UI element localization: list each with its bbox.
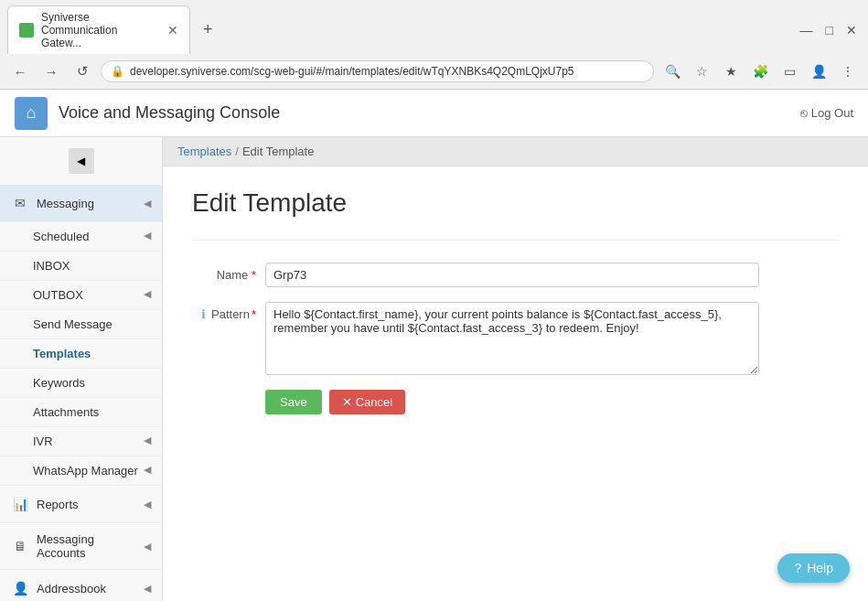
form-actions: Save ✕ Cancel bbox=[265, 390, 839, 414]
browser-toolbar: ← → ↺ 🔒 developer.syniverse.com/scg-web-… bbox=[0, 54, 868, 89]
sidebar-item-send-message[interactable]: Send Message bbox=[0, 310, 162, 339]
sidebar-item-messaging[interactable]: ✉ Messaging ◀ bbox=[0, 185, 162, 222]
name-required: * bbox=[252, 268, 256, 282]
sidebar-item-addressbook[interactable]: 👤 Addressbook ◀ bbox=[0, 570, 162, 601]
sidebar-item-ivr[interactable]: IVR ◀ bbox=[0, 427, 162, 456]
main-area: ◀ ✉ Messaging ◀ Scheduled ◀ INBOX OUTBOX bbox=[0, 137, 868, 601]
sidebar-item-messaging-accounts[interactable]: 🖥 Messaging Accounts ◀ bbox=[0, 523, 162, 570]
messaging-chevron-icon: ◀ bbox=[144, 198, 151, 209]
browser-chrome: Syniverse Communication Gatew... ✕ + — □… bbox=[0, 0, 868, 90]
logout-button[interactable]: ⎋ Log Out bbox=[800, 106, 853, 120]
ivr-chevron: ◀ bbox=[144, 435, 151, 446]
header-right: ⎋ Log Out bbox=[800, 106, 853, 120]
sidebar-item-reports[interactable]: 📊 Reports ◀ bbox=[0, 486, 162, 523]
window-close[interactable]: ✕ bbox=[842, 23, 861, 38]
info-icon[interactable]: ℹ bbox=[201, 307, 206, 321]
reports-icon: 📊 bbox=[11, 495, 29, 513]
address-bar[interactable]: 🔒 developer.syniverse.com/scg-web-gui/#/… bbox=[101, 60, 654, 82]
addressbook-label: Addressbook bbox=[37, 582, 144, 596]
sidebar-item-templates[interactable]: Templates bbox=[0, 339, 162, 369]
outbox-chevron: ◀ bbox=[144, 288, 151, 300]
breadcrumb: Templates / Edit Template bbox=[163, 137, 868, 166]
sidebar-messaging-section: ✉ Messaging ◀ Scheduled ◀ INBOX OUTBOX ◀… bbox=[0, 185, 162, 486]
sidebar-messaging-label: Messaging bbox=[37, 197, 144, 210]
extensions-btn[interactable]: 🧩 bbox=[747, 59, 773, 84]
scheduled-chevron: ◀ bbox=[144, 230, 151, 241]
sidebar-item-scheduled[interactable]: Scheduled ◀ bbox=[0, 222, 162, 252]
app-title: Voice and Messaging Console bbox=[59, 103, 280, 123]
reports-label: Reports bbox=[37, 498, 144, 511]
sidebar-item-inbox[interactable]: INBOX bbox=[0, 252, 162, 281]
messaging-accounts-label: Messaging Accounts bbox=[37, 532, 144, 560]
toolbar-icons: 🔍 ☆ ★ 🧩 ▭ 👤 ⋮ bbox=[659, 59, 861, 84]
title-bar: Syniverse Communication Gatew... ✕ + — □… bbox=[0, 0, 868, 54]
sidebar-item-keywords[interactable]: Keywords bbox=[0, 369, 162, 398]
content-area: Templates / Edit Template Edit Template … bbox=[163, 137, 868, 601]
sidebar-item-attachments[interactable]: Attachments bbox=[0, 398, 162, 427]
browser-tab[interactable]: Syniverse Communication Gatew... ✕ bbox=[7, 5, 190, 54]
sidebar-item-outbox[interactable]: OUTBOX ◀ bbox=[0, 281, 162, 310]
sidebar-item-whatsapp[interactable]: WhatsApp Manager ◀ bbox=[0, 456, 162, 486]
logout-icon: ⎋ bbox=[800, 106, 808, 120]
messaging-accounts-icon: 🖥 bbox=[11, 537, 29, 555]
name-field-row: Name * bbox=[192, 263, 839, 287]
sidebar-btn[interactable]: ▭ bbox=[777, 59, 802, 84]
window-minimize[interactable]: — bbox=[797, 23, 817, 38]
reports-chevron-icon: ◀ bbox=[144, 499, 151, 510]
save-button[interactable]: Save bbox=[265, 390, 322, 414]
app-header: ⌂ Voice and Messaging Console ⎋ Log Out bbox=[0, 90, 868, 137]
help-button[interactable]: ? Help bbox=[777, 553, 850, 583]
bookmark-add-btn[interactable]: ☆ bbox=[689, 59, 714, 84]
edit-template-form: Edit Template Name * ℹ Pattern * bbox=[163, 166, 868, 436]
menu-btn[interactable]: ⋮ bbox=[835, 59, 861, 84]
help-icon: ? bbox=[794, 561, 801, 575]
addressbook-chevron: ◀ bbox=[144, 583, 151, 595]
window-controls: — □ ✕ bbox=[797, 23, 861, 38]
window-maximize[interactable]: □ bbox=[822, 23, 837, 38]
name-label: Name * bbox=[192, 263, 265, 282]
back-button[interactable]: ← bbox=[7, 59, 33, 84]
page-title: Edit Template bbox=[192, 188, 839, 218]
tab-title: Syniverse Communication Gatew... bbox=[41, 11, 160, 49]
search-icon-btn[interactable]: 🔍 bbox=[659, 59, 685, 84]
pattern-field-row: ℹ Pattern * Hello ${Contact.first_name},… bbox=[192, 302, 839, 375]
app-container: ⌂ Voice and Messaging Console ⎋ Log Out … bbox=[0, 90, 868, 601]
sidebar: ◀ ✉ Messaging ◀ Scheduled ◀ INBOX OUTBOX bbox=[0, 137, 163, 601]
lock-icon: 🔒 bbox=[111, 65, 124, 78]
pattern-required: * bbox=[252, 307, 256, 321]
form-divider bbox=[192, 240, 839, 241]
pattern-label: ℹ Pattern * bbox=[192, 302, 265, 321]
breadcrumb-current: Edit Template bbox=[242, 145, 315, 158]
profile-btn[interactable]: 👤 bbox=[806, 59, 831, 84]
forward-button[interactable]: → bbox=[38, 59, 64, 84]
messaging-accounts-chevron: ◀ bbox=[144, 541, 151, 553]
new-tab-button[interactable]: + bbox=[198, 20, 219, 39]
cancel-button[interactable]: ✕ Cancel bbox=[329, 390, 405, 414]
breadcrumb-separator: / bbox=[235, 145, 239, 158]
messaging-icon: ✉ bbox=[11, 194, 29, 212]
whatsapp-chevron: ◀ bbox=[144, 464, 151, 476]
tab-close-button[interactable]: ✕ bbox=[167, 23, 178, 38]
url-text: developer.syniverse.com/scg-web-gui/#/ma… bbox=[130, 65, 644, 78]
pattern-textarea[interactable]: Hello ${Contact.first_name}, your curren… bbox=[265, 302, 759, 375]
home-icon[interactable]: ⌂ bbox=[15, 97, 48, 130]
cancel-icon: ✕ bbox=[342, 395, 352, 409]
bookmark-btn[interactable]: ★ bbox=[718, 59, 744, 84]
refresh-button[interactable]: ↺ bbox=[70, 59, 95, 84]
addressbook-icon: 👤 bbox=[11, 579, 29, 597]
tab-favicon bbox=[19, 23, 34, 38]
name-input[interactable] bbox=[265, 263, 759, 287]
sidebar-toggle-button[interactable]: ◀ bbox=[69, 148, 94, 174]
breadcrumb-templates-link[interactable]: Templates bbox=[177, 145, 231, 158]
